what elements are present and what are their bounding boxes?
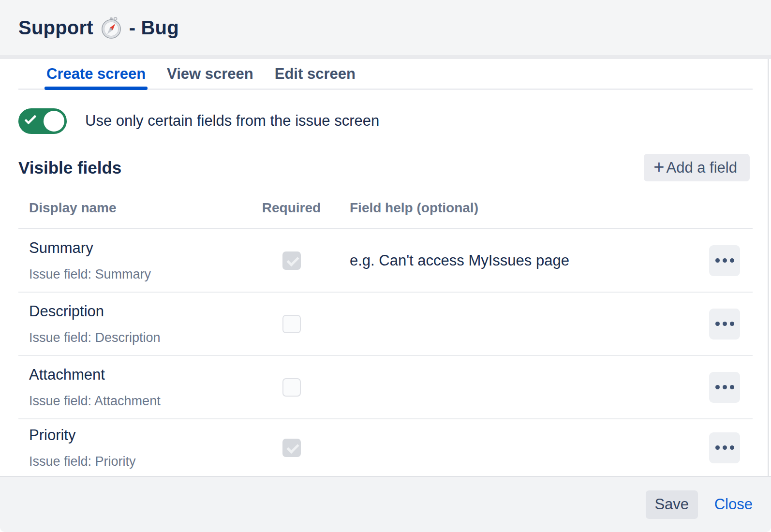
plus-icon: + [653, 158, 664, 176]
tab-create-screen[interactable]: Create screen [46, 59, 146, 89]
field-help-text: e.g. Can't access MyIssues page [326, 252, 709, 269]
required-checkbox[interactable] [282, 439, 301, 457]
visible-fields-heading: Visible fields [18, 158, 121, 177]
field-name: Attachment [29, 366, 256, 384]
compass-emoji-icon [100, 16, 122, 39]
screen-config-modal: Support - Bug Create screen View screen [0, 0, 771, 532]
ellipsis-icon [715, 258, 720, 263]
toggle-label: Use only certain fields from the issue s… [85, 112, 379, 130]
issue-field-label: Issue field: Description [29, 330, 256, 345]
row-more-options-button[interactable] [709, 432, 740, 463]
ellipsis-icon [715, 385, 720, 389]
table-row: Priority Issue field: Priority [18, 419, 753, 476]
use-certain-fields-row: Use only certain fields from the issue s… [18, 107, 753, 134]
page-title-prefix: Support [18, 17, 93, 39]
use-certain-fields-toggle[interactable] [18, 108, 67, 134]
column-field-help: Field help (optional) [326, 200, 709, 216]
required-checkbox[interactable] [282, 378, 301, 397]
row-more-options-button[interactable] [709, 309, 740, 340]
issue-field-label: Issue field: Priority [29, 454, 256, 469]
close-button[interactable]: Close [714, 496, 753, 513]
modal-footer: Save Close [0, 476, 771, 532]
table-row: Summary Issue field: Summary e.g. Can't … [18, 229, 753, 293]
tab-view-screen[interactable]: View screen [167, 59, 253, 89]
toggle-check-icon [24, 112, 36, 124]
field-name: Summary [29, 239, 256, 257]
issue-field-label: Issue field: Summary [29, 267, 256, 282]
ellipsis-icon [715, 322, 720, 326]
ellipsis-icon [715, 445, 720, 450]
required-checkbox[interactable] [282, 315, 301, 333]
page-title: Support - Bug [18, 16, 179, 39]
content-right-edge [768, 59, 769, 476]
visible-fields-table: Display name Required Field help (option… [18, 181, 753, 476]
visible-fields-section-header: Visible fields + Add a field [18, 154, 750, 181]
row-more-options-button[interactable] [709, 245, 740, 276]
column-display-name: Display name [29, 200, 256, 216]
table-row: Description Issue field: Description [18, 293, 753, 356]
row-more-options-button[interactable] [709, 372, 740, 403]
field-name: Description [29, 303, 256, 320]
modal-header: Support - Bug [0, 0, 771, 59]
page-title-suffix: - Bug [129, 17, 179, 39]
issue-field-label: Issue field: Attachment [29, 394, 256, 409]
table-row: Attachment Issue field: Attachment [18, 356, 753, 419]
required-checkbox[interactable] [282, 251, 301, 270]
field-name: Priority [29, 427, 256, 444]
add-a-field-button[interactable]: + Add a field [644, 154, 750, 181]
column-required: Required [262, 200, 321, 216]
tab-edit-screen[interactable]: Edit screen [275, 59, 356, 89]
toggle-knob [44, 111, 64, 132]
table-header-row: Display name Required Field help (option… [18, 181, 753, 229]
save-button[interactable]: Save [646, 490, 698, 519]
screen-tabs: Create screen View screen Edit screen [18, 59, 753, 90]
